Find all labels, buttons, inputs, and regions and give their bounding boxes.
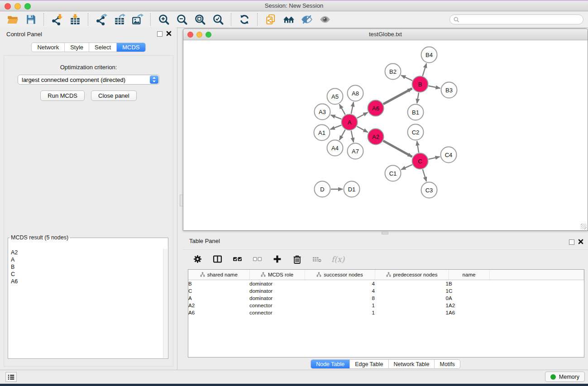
edge-B-B3[interactable] <box>429 86 440 88</box>
cell[interactable]: 1 <box>305 309 375 316</box>
close-panel-icon[interactable] <box>166 31 172 36</box>
save-session-button[interactable] <box>23 13 39 27</box>
new-network-from-selection-button[interactable] <box>263 13 279 27</box>
zoom-network-window-icon[interactable] <box>206 32 211 38</box>
mcds-result-list[interactable]: A2ABCA6 <box>9 249 167 358</box>
table-row[interactable]: A6connector11A6 <box>188 309 584 316</box>
node-B[interactable]: B <box>412 76 428 92</box>
result-scrollbar[interactable] <box>163 249 167 358</box>
close-network-window-icon[interactable] <box>187 32 193 38</box>
float-table-panel-icon[interactable] <box>569 239 574 245</box>
edge-A-A6[interactable] <box>357 112 368 118</box>
cell[interactable]: A6 <box>449 309 489 316</box>
search-box[interactable] <box>449 14 583 24</box>
edge-A2-C[interactable] <box>383 141 412 157</box>
node-A2[interactable]: A2 <box>368 129 384 145</box>
edge-B-B2[interactable] <box>401 75 412 81</box>
network-graph[interactable]: AA1A2A3A4A5A6A7A8BB1B2B3B4CC1C2C3C4DD1 <box>183 40 588 230</box>
unselect-all-button[interactable] <box>252 254 263 265</box>
cell[interactable]: A6 <box>188 309 249 316</box>
memory-button[interactable]: Memory <box>545 372 585 382</box>
edge-A-A8[interactable] <box>351 102 354 114</box>
cell[interactable]: connector <box>249 309 305 316</box>
tab-node-table[interactable]: Node Table <box>311 360 349 368</box>
node-B4[interactable]: B4 <box>421 47 437 63</box>
close-panel-button[interactable]: Close panel <box>91 91 137 101</box>
import-network-button[interactable] <box>49 13 65 27</box>
function-builder-button[interactable]: f(x) <box>331 255 344 264</box>
column-header-name[interactable]: name <box>449 270 489 280</box>
cell[interactable]: 1 <box>375 309 449 316</box>
column-header-shared-name[interactable]: shared name <box>188 270 249 280</box>
node-B1[interactable]: B1 <box>408 105 424 120</box>
node-D1[interactable]: D1 <box>344 181 360 197</box>
cell[interactable]: A2 <box>449 302 489 309</box>
edge-C-C2[interactable] <box>417 141 419 152</box>
cell[interactable]: dominator <box>249 295 305 302</box>
run-mcds-button[interactable]: Run MCDS <box>40 91 85 101</box>
float-panel-icon[interactable] <box>157 31 163 37</box>
zoom-window-icon[interactable] <box>24 3 31 10</box>
cell[interactable]: B <box>449 280 489 288</box>
edge-A-A3[interactable] <box>331 115 342 119</box>
horizontal-divider-handle[interactable] <box>382 232 388 234</box>
table-row[interactable]: A2connector11A2 <box>188 302 584 309</box>
delete-column-button[interactable] <box>292 254 302 265</box>
vertical-divider-handle[interactable] <box>180 195 183 206</box>
cell[interactable]: dominator <box>249 287 305 295</box>
tab-mcds[interactable]: MCDS <box>116 43 145 52</box>
show-all-levels-button[interactable] <box>281 13 297 27</box>
network-canvas[interactable]: AA1A2A3A4A5A6A7A8BB1B2B3B4CC1C2C3C4DD1 <box>183 40 588 230</box>
cell[interactable]: 4 <box>305 287 375 295</box>
cell[interactable]: A2 <box>188 302 249 309</box>
node-A4[interactable]: A4 <box>327 140 343 156</box>
node-B2[interactable]: B2 <box>385 64 401 80</box>
cell[interactable]: 4 <box>305 280 375 288</box>
tab-motifs[interactable]: Motifs <box>434 360 459 368</box>
result-node-item[interactable]: A <box>9 256 167 263</box>
node-table[interactable]: shared nameMCDS rolesuccessor nodesprede… <box>188 269 584 357</box>
cell[interactable]: A <box>449 295 489 302</box>
cell[interactable]: 1 <box>305 302 375 309</box>
result-node-item[interactable]: C <box>9 271 167 278</box>
column-header-successor-nodes[interactable]: successor nodes <box>305 270 375 280</box>
table-row[interactable]: Cdominator41C <box>188 287 584 295</box>
network-view-window[interactable]: testGlobe.txt AA1A2A3A4A5A6A7A8BB1B2B3B4… <box>183 29 588 231</box>
edge-C-C4[interactable] <box>429 157 440 159</box>
table-row[interactable]: Bdominator41B <box>188 280 584 288</box>
cell[interactable]: 1 <box>375 302 449 309</box>
close-window-icon[interactable] <box>5 3 11 10</box>
cell[interactable]: A <box>188 295 249 302</box>
edge-B-B4[interactable] <box>423 63 427 76</box>
node-A5[interactable]: A5 <box>327 89 343 105</box>
node-A[interactable]: A <box>342 114 358 130</box>
node-A8[interactable]: A8 <box>348 86 363 101</box>
node-A7[interactable]: A7 <box>348 143 363 159</box>
delete-table-button[interactable] <box>311 254 322 265</box>
node-C3[interactable]: C3 <box>421 182 437 198</box>
cell[interactable]: B <box>188 280 249 288</box>
cell[interactable]: 0 <box>375 295 449 302</box>
split-panel-button[interactable] <box>212 254 223 265</box>
edge-A-A1[interactable] <box>330 125 342 129</box>
tab-network-table[interactable]: Network Table <box>388 360 435 368</box>
tab-style[interactable]: Style <box>64 43 89 52</box>
edge-A-A7[interactable] <box>351 131 354 143</box>
edge-A-A5[interactable] <box>339 104 345 114</box>
node-B3[interactable]: B3 <box>441 82 457 98</box>
cell[interactable]: 8 <box>305 295 375 302</box>
cell[interactable]: connector <box>249 302 305 309</box>
edge-B-B1[interactable] <box>417 93 419 103</box>
node-A1[interactable]: A1 <box>314 125 330 141</box>
import-table-button[interactable] <box>67 13 83 27</box>
window-resize-grip[interactable] <box>581 224 587 229</box>
cell[interactable]: 1 <box>375 280 449 288</box>
cell[interactable]: C <box>188 287 249 295</box>
node-C4[interactable]: C4 <box>441 147 457 163</box>
task-history-button[interactable] <box>5 372 17 382</box>
attribute-settings-button[interactable] <box>192 254 203 265</box>
close-table-panel-icon[interactable] <box>578 239 583 244</box>
select-all-button[interactable] <box>232 254 243 265</box>
node-C[interactable]: C <box>412 153 428 169</box>
node-C1[interactable]: C1 <box>385 166 401 181</box>
